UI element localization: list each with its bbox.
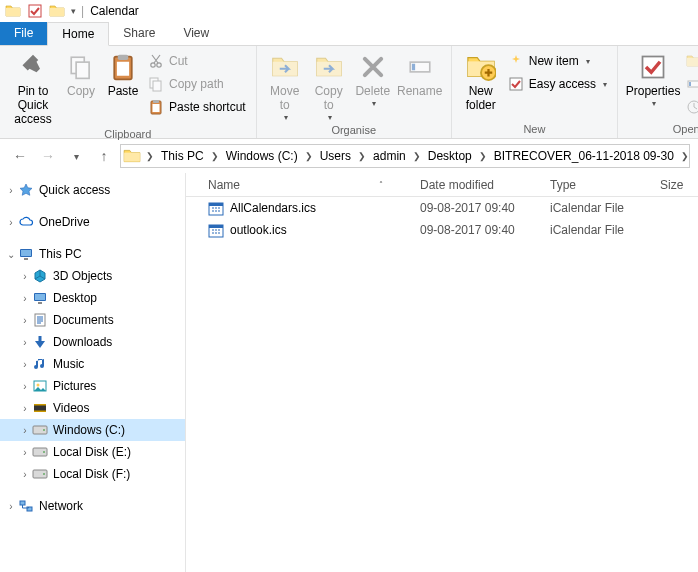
pictures-icon	[32, 378, 48, 394]
file-row[interactable]: outlook.ics09-08-2017 09:40iCalendar Fil…	[186, 219, 698, 241]
breadcrumb-segment[interactable]: admin	[369, 145, 410, 167]
breadcrumb-segment[interactable]: Desktop	[424, 145, 476, 167]
new-item-button[interactable]: New item▾	[508, 51, 607, 71]
column-header-size[interactable]: Size	[652, 173, 698, 196]
breadcrumb-segment[interactable]: Users	[316, 145, 355, 167]
star-icon	[18, 182, 34, 198]
chevron-right-icon[interactable]: ❯	[355, 151, 369, 161]
expand-icon[interactable]: ›	[18, 359, 32, 370]
properties-button[interactable]: Properties▾	[624, 49, 682, 108]
pin-to-quick-access-button[interactable]: Pin to Quick access	[6, 49, 60, 126]
paste-shortcut-button[interactable]: Paste shortcut	[148, 97, 246, 117]
column-header-date[interactable]: Date modified	[412, 173, 542, 196]
tree-desktop[interactable]: ›Desktop	[0, 287, 185, 309]
group-label-new: New	[458, 121, 611, 138]
expand-icon[interactable]: ›	[18, 381, 32, 392]
open-button[interactable]: Open	[686, 51, 698, 71]
chevron-right-icon[interactable]: ❯	[410, 151, 424, 161]
tree-onedrive[interactable]: ›OneDrive	[0, 211, 185, 233]
chevron-right-icon[interactable]: ❯	[678, 151, 690, 161]
easy-access-button[interactable]: Easy access▾	[508, 74, 607, 94]
tree-local-disk-e[interactable]: ›Local Disk (E:)	[0, 441, 185, 463]
file-row[interactable]: AllCalendars.ics09-08-2017 09:40iCalenda…	[186, 197, 698, 219]
quick-props-icon[interactable]	[49, 3, 65, 19]
expand-icon[interactable]: ›	[18, 425, 32, 436]
edit-button[interactable]: Edit	[686, 74, 698, 94]
expand-icon[interactable]: ›	[4, 185, 18, 196]
breadcrumb-segment[interactable]: BITRECOVER_06-11-2018 09-30	[490, 145, 678, 167]
paste-icon	[107, 51, 139, 83]
ribbon-group-open: Properties▾ Open Edit History Open	[618, 46, 698, 138]
up-button[interactable]: ↑	[92, 144, 116, 168]
tree-network[interactable]: ›Network	[0, 495, 185, 517]
expand-icon[interactable]: ›	[18, 315, 32, 326]
separator: |	[81, 4, 84, 18]
tree-windows-c[interactable]: ›Windows (C:)	[0, 419, 185, 441]
chevron-right-icon[interactable]: ❯	[302, 151, 316, 161]
breadcrumb-segment[interactable]: This PC	[157, 145, 208, 167]
tab-view[interactable]: View	[169, 22, 223, 45]
copy-to-button[interactable]: Copy to▾	[307, 49, 351, 122]
chevron-right-icon[interactable]: ❯	[143, 151, 157, 161]
desktop-icon	[32, 290, 48, 306]
expand-icon[interactable]: ›	[18, 403, 32, 414]
cloud-icon	[18, 214, 34, 230]
expand-icon[interactable]: ›	[18, 271, 32, 282]
expand-icon[interactable]: ›	[18, 293, 32, 304]
sort-ascending-icon: ˄	[379, 180, 383, 189]
tab-share[interactable]: Share	[109, 22, 169, 45]
tree-pictures[interactable]: ›Pictures	[0, 375, 185, 397]
address-bar[interactable]: ❯ This PC❯Windows (C:)❯Users❯admin❯Deskt…	[120, 144, 690, 168]
column-header-name[interactable]: Name˄	[186, 173, 412, 196]
collapse-icon[interactable]: ⌄	[4, 249, 18, 260]
tree-quick-access[interactable]: ›Quick access	[0, 179, 185, 201]
chevron-right-icon[interactable]: ❯	[476, 151, 490, 161]
tree-3d-objects[interactable]: ›3D Objects	[0, 265, 185, 287]
tab-file[interactable]: File	[0, 22, 47, 45]
qat-dropdown-icon[interactable]: ▾	[68, 6, 79, 16]
videos-icon	[32, 400, 48, 416]
file-date: 09-08-2017 09:40	[412, 201, 542, 215]
column-header-type[interactable]: Type	[542, 173, 652, 196]
forward-button[interactable]: →	[36, 144, 60, 168]
calendar-file-icon	[208, 200, 224, 216]
expand-icon[interactable]: ›	[4, 217, 18, 228]
tree-documents[interactable]: ›Documents	[0, 309, 185, 331]
group-label-open: Open	[624, 121, 698, 138]
column-headers: Name˄ Date modified Type Size	[186, 173, 698, 197]
expand-icon[interactable]: ›	[18, 447, 32, 458]
copy-path-button[interactable]: Copy path	[148, 74, 246, 94]
expand-icon[interactable]: ›	[18, 469, 32, 480]
file-name: outlook.ics	[230, 223, 287, 237]
tree-downloads[interactable]: ›Downloads	[0, 331, 185, 353]
history-button[interactable]: History	[686, 97, 698, 117]
rename-button[interactable]: Rename	[395, 49, 445, 99]
move-to-button[interactable]: Move to▾	[263, 49, 307, 122]
delete-button[interactable]: Delete▾	[351, 49, 395, 108]
group-label-organise: Organise	[263, 122, 445, 139]
paste-button[interactable]: Paste	[102, 49, 144, 99]
tree-music[interactable]: ›Music	[0, 353, 185, 375]
new-folder-button[interactable]: New folder	[458, 49, 504, 113]
tree-this-pc[interactable]: ⌄This PC	[0, 243, 185, 265]
svg-point-28	[688, 101, 698, 113]
recent-locations-button[interactable]: ▾	[64, 144, 88, 168]
main-area: ›Quick access ›OneDrive ⌄This PC ›3D Obj…	[0, 173, 698, 572]
group-label-clipboard: Clipboard	[6, 126, 250, 143]
copy-to-icon	[313, 51, 345, 83]
expand-icon[interactable]: ›	[18, 337, 32, 348]
title-bar: ▾ | Calendar	[0, 0, 698, 22]
edit-icon	[686, 76, 698, 92]
copy-button[interactable]: Copy	[60, 49, 102, 99]
back-button[interactable]: ←	[8, 144, 32, 168]
expand-icon[interactable]: ›	[4, 501, 18, 512]
chevron-right-icon[interactable]: ❯	[208, 151, 222, 161]
quick-save-icon[interactable]	[27, 3, 43, 19]
calendar-file-icon	[208, 222, 224, 238]
navigation-pane[interactable]: ›Quick access ›OneDrive ⌄This PC ›3D Obj…	[0, 173, 186, 572]
cut-button[interactable]: Cut	[148, 51, 246, 71]
breadcrumb-segment[interactable]: Windows (C:)	[222, 145, 302, 167]
tree-local-disk-f[interactable]: ›Local Disk (F:)	[0, 463, 185, 485]
tree-videos[interactable]: ›Videos	[0, 397, 185, 419]
tab-home[interactable]: Home	[47, 22, 109, 46]
